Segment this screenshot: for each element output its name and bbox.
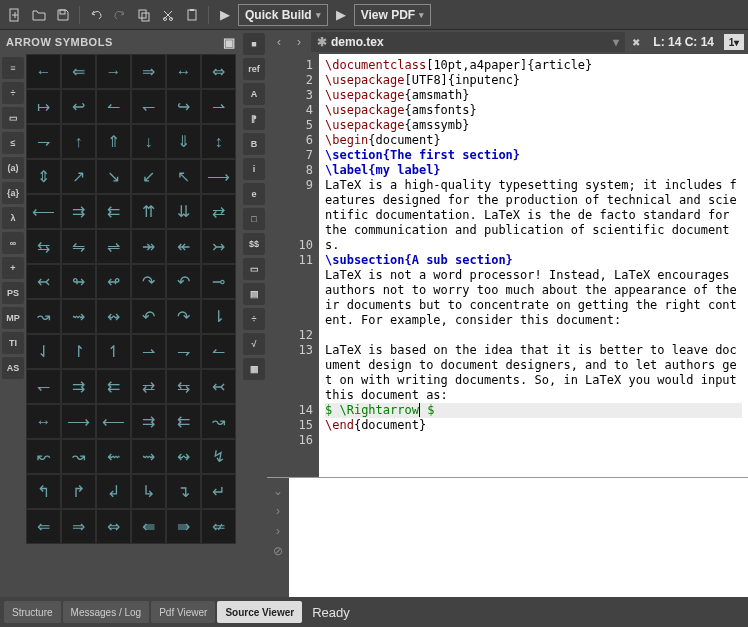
symbol-cell[interactable]: ⇔ bbox=[201, 54, 236, 89]
symbol-cell[interactable]: ⇂ bbox=[201, 299, 236, 334]
symbol-cell[interactable]: ⇇ bbox=[96, 369, 131, 404]
view-icon[interactable]: ▶ bbox=[330, 4, 352, 26]
symbol-cell[interactable]: ↔ bbox=[166, 54, 201, 89]
symbol-cell[interactable]: ⇒ bbox=[61, 509, 96, 544]
symbol-cell[interactable]: ↽ bbox=[131, 89, 166, 124]
symbol-cell[interactable]: ↷ bbox=[166, 299, 201, 334]
symbol-cell[interactable]: ⇒ bbox=[131, 54, 166, 89]
symbol-cell[interactable]: ⊸ bbox=[201, 264, 236, 299]
redo-icon[interactable] bbox=[109, 4, 131, 26]
copy-icon[interactable] bbox=[133, 4, 155, 26]
category-button[interactable]: {a} bbox=[2, 182, 24, 204]
category-button[interactable]: MP bbox=[2, 307, 24, 329]
category-button[interactable]: + bbox=[2, 257, 24, 279]
symbol-cell[interactable]: ← bbox=[26, 54, 61, 89]
chevron-right-icon[interactable]: › bbox=[276, 504, 280, 518]
symbol-cell[interactable]: ↞ bbox=[166, 229, 201, 264]
symbol-cell[interactable]: ↼ bbox=[96, 89, 131, 124]
symbol-cell[interactable]: ↾ bbox=[61, 334, 96, 369]
symbol-cell[interactable]: ⟵ bbox=[96, 404, 131, 439]
insert-button[interactable]: ▭ bbox=[243, 258, 265, 280]
symbol-cell[interactable]: ⇋ bbox=[61, 229, 96, 264]
symbol-cell[interactable]: ⇝ bbox=[61, 299, 96, 334]
status-tab-structure[interactable]: Structure bbox=[4, 601, 61, 623]
insert-button[interactable]: ⁋ bbox=[243, 108, 265, 130]
symbol-cell[interactable]: ↬ bbox=[61, 264, 96, 299]
symbol-cell[interactable]: ⇌ bbox=[96, 229, 131, 264]
insert-button[interactable]: i bbox=[243, 158, 265, 180]
status-tab-pdfviewer[interactable]: Pdf Viewer bbox=[151, 601, 215, 623]
paste-icon[interactable] bbox=[181, 4, 203, 26]
symbol-cell[interactable]: ↶ bbox=[166, 264, 201, 299]
symbol-cell[interactable]: ↽ bbox=[26, 369, 61, 404]
symbol-cell[interactable]: ↝ bbox=[26, 299, 61, 334]
run-icon[interactable]: ▶ bbox=[214, 4, 236, 26]
symbol-cell[interactable]: ⇍ bbox=[201, 509, 236, 544]
symbol-cell[interactable]: ⇚ bbox=[131, 509, 166, 544]
insert-button[interactable]: e bbox=[243, 183, 265, 205]
category-button[interactable]: PS bbox=[2, 282, 24, 304]
symbol-cell[interactable]: ⇁ bbox=[166, 334, 201, 369]
insert-button[interactable]: □ bbox=[243, 208, 265, 230]
insert-button[interactable]: ▦ bbox=[243, 358, 265, 380]
symbol-cell[interactable]: ⇇ bbox=[96, 194, 131, 229]
symbol-cell[interactable]: ⇝ bbox=[131, 439, 166, 474]
symbol-cell[interactable]: ⇇ bbox=[166, 404, 201, 439]
symbol-cell[interactable]: ↰ bbox=[26, 474, 61, 509]
undo-icon[interactable] bbox=[85, 4, 107, 26]
symbol-cell[interactable]: ↠ bbox=[131, 229, 166, 264]
symbol-cell[interactable]: ⇕ bbox=[26, 159, 61, 194]
symbol-cell[interactable]: ↝ bbox=[201, 404, 236, 439]
symbol-cell[interactable]: ⇊ bbox=[166, 194, 201, 229]
symbol-cell[interactable]: ↵ bbox=[201, 474, 236, 509]
symbol-cell[interactable]: ↱ bbox=[61, 474, 96, 509]
undock-icon[interactable]: ▣ bbox=[223, 35, 236, 50]
cut-icon[interactable] bbox=[157, 4, 179, 26]
symbol-cell[interactable]: ↲ bbox=[96, 474, 131, 509]
category-button[interactable]: λ bbox=[2, 207, 24, 229]
insert-button[interactable]: ■ bbox=[243, 33, 265, 55]
symbol-cell[interactable]: ↼ bbox=[201, 334, 236, 369]
save-icon[interactable] bbox=[52, 4, 74, 26]
symbol-cell[interactable]: ⇜ bbox=[96, 439, 131, 474]
quick-build-dropdown[interactable]: Quick Build bbox=[238, 4, 328, 26]
symbol-cell[interactable]: ⟵ bbox=[26, 194, 61, 229]
next-tab-icon[interactable]: › bbox=[291, 34, 307, 50]
insert-button[interactable]: B bbox=[243, 133, 265, 155]
prev-tab-icon[interactable]: ‹ bbox=[271, 34, 287, 50]
symbol-cell[interactable]: ↿ bbox=[96, 334, 131, 369]
symbol-cell[interactable]: ⇆ bbox=[166, 369, 201, 404]
symbol-cell[interactable]: ⇁ bbox=[26, 124, 61, 159]
symbol-cell[interactable]: ↗ bbox=[61, 159, 96, 194]
insert-button[interactable]: √ bbox=[243, 333, 265, 355]
symbol-cell[interactable]: ↣ bbox=[201, 229, 236, 264]
symbol-cell[interactable]: ⇉ bbox=[61, 194, 96, 229]
symbol-cell[interactable]: ↘ bbox=[96, 159, 131, 194]
symbol-cell[interactable]: ⇄ bbox=[131, 369, 166, 404]
symbol-cell[interactable]: ⇓ bbox=[166, 124, 201, 159]
symbol-cell[interactable]: ↭ bbox=[96, 299, 131, 334]
symbol-cell[interactable]: ↳ bbox=[131, 474, 166, 509]
symbol-cell[interactable]: ↕ bbox=[201, 124, 236, 159]
symbol-cell[interactable]: ⟶ bbox=[201, 159, 236, 194]
symbol-cell[interactable]: ↢ bbox=[26, 264, 61, 299]
symbol-cell[interactable]: ⇆ bbox=[26, 229, 61, 264]
symbol-cell[interactable]: ↯ bbox=[201, 439, 236, 474]
view-pdf-dropdown[interactable]: View PDF bbox=[354, 4, 431, 26]
symbol-cell[interactable]: ↩ bbox=[61, 89, 96, 124]
category-button[interactable]: TI bbox=[2, 332, 24, 354]
insert-button[interactable]: ▤ bbox=[243, 283, 265, 305]
category-button[interactable]: ≤ bbox=[2, 132, 24, 154]
symbol-cell[interactable]: ↶ bbox=[131, 299, 166, 334]
symbol-cell[interactable]: ↔ bbox=[26, 404, 61, 439]
symbol-cell[interactable]: ⇄ bbox=[201, 194, 236, 229]
insert-button[interactable]: $$ bbox=[243, 233, 265, 255]
symbol-cell[interactable]: ⇉ bbox=[131, 404, 166, 439]
symbol-cell[interactable]: ↜ bbox=[26, 439, 61, 474]
symbol-cell[interactable]: ↝ bbox=[61, 439, 96, 474]
symbol-cell[interactable]: ↦ bbox=[26, 89, 61, 124]
symbol-cell[interactable]: ⇈ bbox=[131, 194, 166, 229]
symbol-cell[interactable]: ↓ bbox=[131, 124, 166, 159]
new-file-icon[interactable] bbox=[4, 4, 26, 26]
symbol-cell[interactable]: ⇉ bbox=[61, 369, 96, 404]
